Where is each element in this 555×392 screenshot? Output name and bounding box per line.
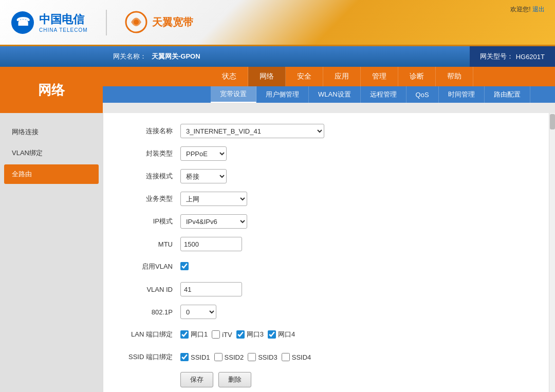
ssid-1-label: SSID1 (191, 353, 210, 361)
nav-item-apps[interactable]: 应用 (323, 67, 361, 86)
ip-mode-label: IP模式 (119, 217, 180, 226)
sidebar-item-network-connection[interactable]: 网络连接 (4, 122, 99, 142)
sidebar-item-vlan-binding-label: VLAN绑定 (12, 148, 43, 158)
service-type-select[interactable]: 上网 语音 IPTV (180, 192, 247, 206)
main-nav: 状态 网络 安全 应用 管理 诊断 帮助 (103, 67, 555, 86)
lan-port-4-checkbox[interactable] (268, 330, 276, 339)
subnav-wlan[interactable]: WLAN设置 (309, 86, 361, 103)
enable-vlan-control (180, 262, 386, 272)
ip-mode-control: IPv4&IPv6 IPv4 IPv6 (180, 214, 386, 229)
form-row-encap-type: 封装类型 PPPoE IPoE (119, 146, 540, 161)
header: ☎ 中国电信 CHINA TELECOM 天翼宽带 欢迎您! 退出 (0, 0, 555, 46)
ssid-2-label: SSID2 (225, 353, 244, 361)
gateway-info: 网关名称： 天翼网关-GPON (0, 52, 470, 61)
ssid-3-checkbox[interactable] (248, 353, 256, 361)
connection-mode-control: 桥接 路由 (180, 169, 386, 183)
nav-area: 状态 网络 安全 应用 管理 诊断 帮助 宽带设置 用户侧管理 WLAN设置 远… (103, 67, 555, 113)
tianyi-icon (125, 11, 148, 34)
connection-mode-label: 连接模式 (119, 172, 180, 181)
save-button[interactable]: 保存 (180, 372, 213, 387)
mtu-input[interactable]: 1500 (180, 237, 242, 251)
sub-nav: 宽带设置 用户侧管理 WLAN设置 远程管理 QoS 时间管理 路由配置 (103, 86, 555, 103)
gateway-type-label: 网关型号： (480, 52, 513, 61)
scrollbar[interactable] (549, 113, 555, 392)
subnav-broadband[interactable]: 宽带设置 (211, 86, 256, 103)
logo-divider (106, 10, 107, 35)
ssid-1: SSID1 (180, 353, 210, 361)
subnav-user-side[interactable]: 用户侧管理 (256, 86, 309, 103)
sidebar-item-vlan-binding[interactable]: VLAN绑定 (4, 143, 99, 163)
telecom-en-text: CHINA TELECOM (39, 27, 88, 33)
subnav-time[interactable]: 时间管理 (439, 86, 485, 103)
subnav-remote[interactable]: 远程管理 (361, 86, 406, 103)
subnav-route[interactable]: 路由配置 (485, 86, 530, 103)
scrollbar-thumb (550, 114, 555, 129)
sidebar-item-full-route[interactable]: 全路由 (4, 164, 99, 184)
top-area: 网络 状态 网络 安全 应用 管理 诊断 帮助 宽带设置 用户侧管理 WLAN设… (0, 67, 555, 113)
sidebar-item-full-route-label: 全路由 (12, 170, 32, 179)
gateway-type-area: 网关型号： HG6201T (470, 46, 555, 67)
encap-type-control: PPPoE IPoE (180, 146, 386, 161)
nav-item-security[interactable]: 安全 (286, 67, 323, 86)
connection-name-label: 连接名称 (119, 126, 180, 136)
nav-item-status[interactable]: 状态 (211, 67, 248, 86)
lan-port-1-label: 网口1 (191, 330, 208, 339)
subnav-qos[interactable]: QoS (406, 86, 439, 103)
form-row-vlan-id: VLAN ID 41 (119, 282, 540, 297)
telecom-icon: ☎ (10, 10, 35, 35)
sidebar: 网络连接 VLAN绑定 全路由 (0, 113, 103, 392)
nav-item-help[interactable]: 帮助 (436, 67, 473, 86)
logout-link[interactable]: 退出 (532, 6, 545, 13)
lan-port-3-checkbox[interactable] (236, 330, 245, 339)
lan-port-3-label: 网口3 (247, 330, 264, 339)
nav-bar: 网关名称： 天翼网关-GPON 网关型号： HG6201T (0, 46, 555, 67)
sidebar-item-network-connection-label: 网络连接 (12, 127, 39, 137)
vlan-id-control: 41 (180, 282, 386, 296)
form-row-mtu: MTU 1500 (119, 236, 540, 252)
nav-item-diagnose[interactable]: 诊断 (398, 67, 436, 86)
ssid-4-label: SSID4 (292, 353, 311, 361)
lan-port-control: 网口1 iTV 网口3 网口4 (180, 330, 386, 339)
8021p-select[interactable]: 0 1 2 3 4 5 6 7 (180, 305, 216, 319)
section-title: 网络 (0, 67, 103, 113)
telecom-cn-text: 中国电信 (39, 12, 88, 27)
lan-port-itv-checkbox[interactable] (212, 330, 220, 339)
ssid-4-checkbox[interactable] (282, 353, 290, 361)
ssid-1-checkbox[interactable] (180, 353, 189, 361)
header-right: 欢迎您! 退出 (510, 5, 545, 14)
nav-item-network[interactable]: 网络 (248, 67, 286, 86)
enable-vlan-checkbox[interactable] (180, 262, 189, 270)
connection-name-select[interactable]: 3_INTERNET_B_VID_41 2_INTERNET_B_VID_40 (180, 124, 324, 138)
lan-port-1-checkbox[interactable] (180, 330, 189, 339)
service-type-label: 业务类型 (119, 194, 180, 203)
tianyi-text: 天翼宽带 (152, 15, 193, 29)
mtu-label: MTU (119, 240, 180, 248)
form-row-buttons: 保存 删除 (119, 372, 540, 387)
delete-button[interactable]: 删除 (218, 372, 251, 387)
encap-type-select[interactable]: PPPoE IPoE (180, 146, 227, 161)
ssid-port-label: SSID 端口绑定 (119, 352, 180, 362)
gateway-name-label: 网关名称： (113, 52, 146, 61)
nav-item-manage[interactable]: 管理 (361, 67, 398, 86)
8021p-label: 802.1P (119, 308, 180, 316)
form-row-connection-name: 连接名称 3_INTERNET_B_VID_41 2_INTERNET_B_VI… (119, 123, 540, 139)
ip-mode-select[interactable]: IPv4&IPv6 IPv4 IPv6 (180, 214, 247, 229)
form-row-8021p: 802.1P 0 1 2 3 4 5 6 7 (119, 304, 540, 320)
content-area: 网络连接 VLAN绑定 全路由 连接名称 3_INTERNET_B_VID_41… (0, 113, 555, 392)
tianyi-logo: 天翼宽带 (125, 11, 193, 34)
lan-port-itv: iTV (212, 330, 232, 339)
vlan-id-label: VLAN ID (119, 286, 180, 293)
lan-port-label: LAN 端口绑定 (119, 330, 180, 339)
welcome-text: 欢迎您! (510, 6, 530, 13)
gateway-name-value: 天翼网关-GPON (152, 52, 200, 61)
vlan-id-input[interactable]: 41 (180, 282, 242, 296)
form-row-lan-ports: LAN 端口绑定 网口1 iTV 网口3 网口4 (119, 327, 540, 342)
lan-port-3: 网口3 (236, 330, 264, 339)
mtu-control: 1500 (180, 237, 386, 251)
service-type-control: 上网 语音 IPTV (180, 192, 386, 206)
ssid-2: SSID2 (214, 353, 244, 361)
connection-mode-select[interactable]: 桥接 路由 (180, 169, 227, 183)
ssid-3-label: SSID3 (258, 353, 278, 361)
ssid-2-checkbox[interactable] (214, 353, 223, 361)
form-row-service-type: 业务类型 上网 语音 IPTV (119, 191, 540, 207)
